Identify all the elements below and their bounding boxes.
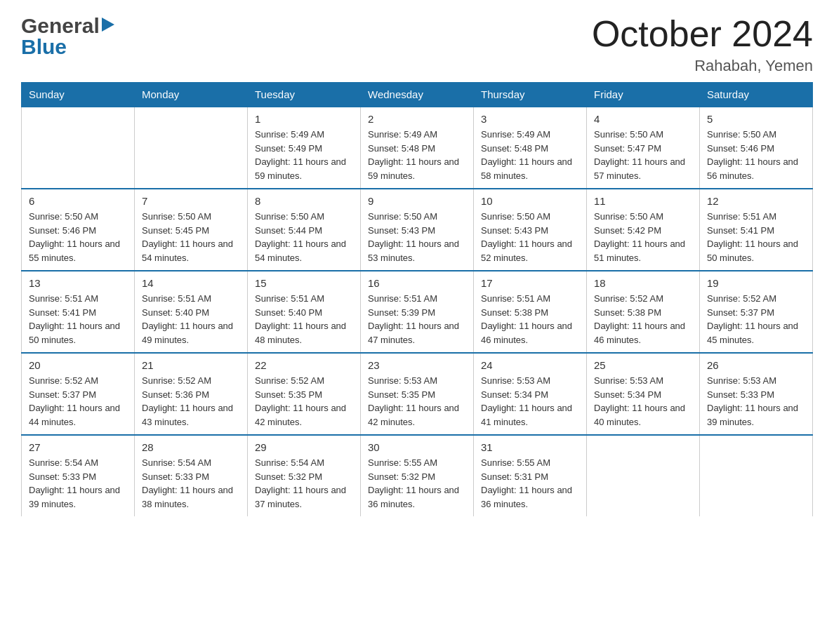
day-number: 9 [368,195,466,207]
calendar-week-row: 20Sunrise: 5:52 AMSunset: 5:37 PMDayligh… [22,353,813,435]
calendar-cell: 8Sunrise: 5:50 AMSunset: 5:44 PMDaylight… [248,189,361,271]
day-info: Sunrise: 5:53 AMSunset: 5:34 PMDaylight:… [594,374,692,429]
day-info: Sunrise: 5:53 AMSunset: 5:33 PMDaylight:… [707,374,805,429]
day-number: 15 [255,277,353,289]
day-info: Sunrise: 5:50 AMSunset: 5:42 PMDaylight:… [594,210,692,264]
day-info: Sunrise: 5:53 AMSunset: 5:35 PMDaylight:… [368,374,466,429]
day-info: Sunrise: 5:52 AMSunset: 5:35 PMDaylight:… [255,374,353,429]
calendar-cell: 21Sunrise: 5:52 AMSunset: 5:36 PMDayligh… [135,353,248,435]
calendar-cell: 24Sunrise: 5:53 AMSunset: 5:34 PMDayligh… [474,353,587,435]
day-number: 4 [594,113,692,125]
day-of-week-header: Friday [587,83,700,107]
day-number: 12 [707,195,805,207]
calendar-cell: 14Sunrise: 5:51 AMSunset: 5:40 PMDayligh… [135,271,248,353]
day-number: 2 [368,113,466,125]
day-info: Sunrise: 5:51 AMSunset: 5:39 PMDaylight:… [368,292,466,347]
day-number: 13 [29,277,127,289]
calendar-cell: 16Sunrise: 5:51 AMSunset: 5:39 PMDayligh… [361,271,474,353]
day-number: 27 [29,441,127,453]
calendar-cell: 19Sunrise: 5:52 AMSunset: 5:37 PMDayligh… [700,271,813,353]
day-of-week-header: Tuesday [248,83,361,107]
calendar-cell: 30Sunrise: 5:55 AMSunset: 5:32 PMDayligh… [361,435,474,516]
calendar-cell: 25Sunrise: 5:53 AMSunset: 5:34 PMDayligh… [587,353,700,435]
day-info: Sunrise: 5:54 AMSunset: 5:33 PMDaylight:… [29,456,127,511]
day-number: 3 [481,113,579,125]
calendar-week-row: 27Sunrise: 5:54 AMSunset: 5:33 PMDayligh… [22,435,813,516]
calendar-cell: 26Sunrise: 5:53 AMSunset: 5:33 PMDayligh… [700,353,813,435]
day-number: 23 [368,359,466,371]
calendar-cell: 7Sunrise: 5:50 AMSunset: 5:45 PMDaylight… [135,189,248,271]
day-of-week-header: Wednesday [361,83,474,107]
calendar-cell [135,107,248,189]
logo-arrow-icon [102,18,114,34]
day-info: Sunrise: 5:50 AMSunset: 5:47 PMDaylight:… [594,128,692,182]
day-info: Sunrise: 5:49 AMSunset: 5:48 PMDaylight:… [481,128,579,182]
calendar-cell: 1Sunrise: 5:49 AMSunset: 5:49 PMDaylight… [248,107,361,189]
day-info: Sunrise: 5:54 AMSunset: 5:32 PMDaylight:… [255,456,353,511]
calendar-cell: 2Sunrise: 5:49 AMSunset: 5:48 PMDaylight… [361,107,474,189]
calendar-cell: 31Sunrise: 5:55 AMSunset: 5:31 PMDayligh… [474,435,587,516]
day-info: Sunrise: 5:52 AMSunset: 5:36 PMDaylight:… [142,374,240,429]
day-number: 20 [29,359,127,371]
calendar-cell: 15Sunrise: 5:51 AMSunset: 5:40 PMDayligh… [248,271,361,353]
day-info: Sunrise: 5:50 AMSunset: 5:43 PMDaylight:… [481,210,579,264]
location-text: Rahabah, Yemen [592,57,813,75]
day-number: 18 [594,277,692,289]
day-number: 17 [481,277,579,289]
day-info: Sunrise: 5:50 AMSunset: 5:46 PMDaylight:… [29,210,127,264]
calendar-cell: 27Sunrise: 5:54 AMSunset: 5:33 PMDayligh… [22,435,135,516]
calendar-cell: 3Sunrise: 5:49 AMSunset: 5:48 PMDaylight… [474,107,587,189]
day-number: 28 [142,441,240,453]
calendar-cell: 22Sunrise: 5:52 AMSunset: 5:35 PMDayligh… [248,353,361,435]
day-number: 10 [481,195,579,207]
calendar-week-row: 13Sunrise: 5:51 AMSunset: 5:41 PMDayligh… [22,271,813,353]
day-number: 26 [707,359,805,371]
day-info: Sunrise: 5:51 AMSunset: 5:38 PMDaylight:… [481,292,579,347]
logo-general-text: General [21,14,100,38]
svg-marker-0 [102,18,114,32]
title-block: October 2024 Rahabah, Yemen [592,14,813,75]
calendar-cell: 12Sunrise: 5:51 AMSunset: 5:41 PMDayligh… [700,189,813,271]
day-info: Sunrise: 5:50 AMSunset: 5:44 PMDaylight:… [255,210,353,264]
day-info: Sunrise: 5:51 AMSunset: 5:41 PMDaylight:… [29,292,127,347]
day-info: Sunrise: 5:51 AMSunset: 5:40 PMDaylight:… [255,292,353,347]
day-info: Sunrise: 5:51 AMSunset: 5:40 PMDaylight:… [142,292,240,347]
day-number: 21 [142,359,240,371]
day-info: Sunrise: 5:55 AMSunset: 5:32 PMDaylight:… [368,456,466,511]
calendar-header-row: SundayMondayTuesdayWednesdayThursdayFrid… [22,83,813,107]
calendar-cell: 10Sunrise: 5:50 AMSunset: 5:43 PMDayligh… [474,189,587,271]
day-number: 25 [594,359,692,371]
day-info: Sunrise: 5:54 AMSunset: 5:33 PMDaylight:… [142,456,240,511]
calendar-cell [587,435,700,516]
calendar-cell: 9Sunrise: 5:50 AMSunset: 5:43 PMDaylight… [361,189,474,271]
day-number: 31 [481,441,579,453]
calendar-cell: 13Sunrise: 5:51 AMSunset: 5:41 PMDayligh… [22,271,135,353]
logo: General Blue [21,14,114,59]
page-header: General Blue October 2024 Rahabah, Yemen [21,14,813,75]
day-number: 11 [594,195,692,207]
day-info: Sunrise: 5:50 AMSunset: 5:46 PMDaylight:… [707,128,805,182]
calendar-table: SundayMondayTuesdayWednesdayThursdayFrid… [21,82,813,516]
calendar-cell: 5Sunrise: 5:50 AMSunset: 5:46 PMDaylight… [700,107,813,189]
calendar-cell [22,107,135,189]
day-info: Sunrise: 5:55 AMSunset: 5:31 PMDaylight:… [481,456,579,511]
day-number: 1 [255,113,353,125]
day-info: Sunrise: 5:50 AMSunset: 5:43 PMDaylight:… [368,210,466,264]
day-info: Sunrise: 5:49 AMSunset: 5:48 PMDaylight:… [368,128,466,182]
day-info: Sunrise: 5:51 AMSunset: 5:41 PMDaylight:… [707,210,805,264]
calendar-cell: 28Sunrise: 5:54 AMSunset: 5:33 PMDayligh… [135,435,248,516]
calendar-cell: 11Sunrise: 5:50 AMSunset: 5:42 PMDayligh… [587,189,700,271]
calendar-cell [700,435,813,516]
calendar-cell: 20Sunrise: 5:52 AMSunset: 5:37 PMDayligh… [22,353,135,435]
calendar-cell: 6Sunrise: 5:50 AMSunset: 5:46 PMDaylight… [22,189,135,271]
day-info: Sunrise: 5:52 AMSunset: 5:38 PMDaylight:… [594,292,692,347]
day-of-week-header: Monday [135,83,248,107]
day-number: 8 [255,195,353,207]
calendar-cell: 4Sunrise: 5:50 AMSunset: 5:47 PMDaylight… [587,107,700,189]
month-title: October 2024 [592,14,813,54]
day-number: 16 [368,277,466,289]
day-of-week-header: Thursday [474,83,587,107]
calendar-cell: 23Sunrise: 5:53 AMSunset: 5:35 PMDayligh… [361,353,474,435]
day-number: 7 [142,195,240,207]
day-info: Sunrise: 5:52 AMSunset: 5:37 PMDaylight:… [29,374,127,429]
